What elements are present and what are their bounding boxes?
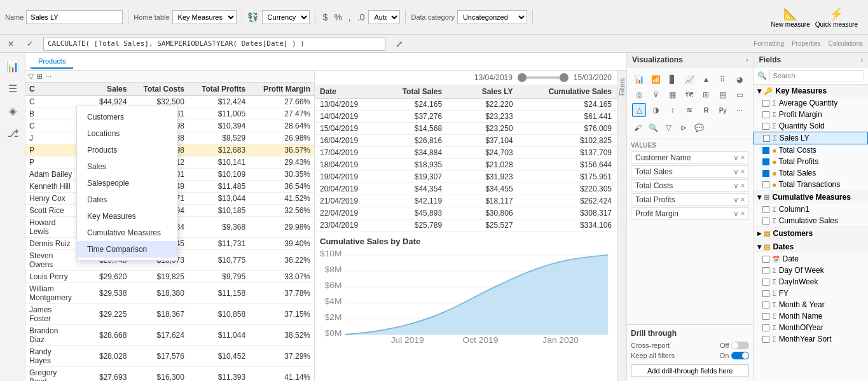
field-month-year[interactable]: Σ Month & Year (754, 299, 868, 310)
field-month-of-year[interactable]: Σ MonthOfYear (754, 322, 868, 333)
field-well-profit-margin[interactable]: Profit Margin ∨× (631, 207, 749, 220)
formula-input[interactable] (43, 37, 385, 51)
viz-tooltip-icon[interactable]: 💬 (692, 121, 706, 135)
matrix-icon[interactable]: ▤ (716, 88, 730, 102)
field-total-costs[interactable]: ■ Total Costs (754, 144, 868, 156)
date-table-row[interactable]: 19/04/2019$19,307$31,923$175,951 (315, 171, 617, 183)
card-icon[interactable]: ▭ (733, 88, 747, 102)
field-well-total-costs[interactable]: Total Costs ∨× (631, 179, 749, 192)
field-avg-quantity[interactable]: Σ Average Quantity (754, 97, 868, 109)
total-trans-checkbox[interactable] (762, 181, 769, 188)
sidebar-icon-other[interactable]: ⎇ (4, 125, 21, 142)
dates-header[interactable]: ▾ ▤ Dates (754, 240, 868, 253)
line-chart-icon[interactable]: 📈 (682, 73, 696, 87)
date-table-row[interactable]: 22/04/2019$45,893$30,806$308,317 (315, 207, 617, 219)
dropdown-time-comparison[interactable]: Time Comparison (77, 241, 177, 258)
field-total-transactions[interactable]: ■ Total Transactions (754, 179, 868, 190)
field-sales-ly[interactable]: Σ Sales LY (754, 132, 868, 144)
expand-formula-btn[interactable]: ⤢ (393, 38, 406, 50)
bar-chart-icon[interactable]: 📊 (632, 73, 646, 87)
dropdown-cumulative-measures[interactable]: Cumulative Measures (77, 225, 177, 241)
ribbon-icon[interactable]: ≋ (682, 103, 696, 117)
stacked-bar-icon[interactable]: 📶 (649, 73, 663, 87)
qty-sold-checkbox[interactable] (762, 123, 769, 130)
field-total-sales[interactable]: ■ Total Sales (754, 167, 868, 179)
filter-icon[interactable]: ▽ (28, 72, 34, 81)
data-category-select[interactable]: Uncategorized (457, 10, 527, 24)
cross-report-toggle[interactable] (731, 342, 749, 349)
mn-checkbox[interactable] (762, 313, 769, 320)
date-table-row[interactable]: 23/04/2019$25,789$25,527$334,106 (315, 219, 617, 232)
table-row[interactable]: William Montgomery$29,538$18,380$11,1583… (25, 283, 314, 304)
area-chart-icon[interactable]: ▲ (699, 73, 713, 87)
viz-drill-icon[interactable]: ⊳ (677, 121, 691, 135)
table-row[interactable]: Randy Hayes$28,028$17,576$10,45237.29% (25, 346, 314, 367)
name-input[interactable] (26, 10, 123, 24)
date-table-row[interactable]: 17/04/2019$34,884$24,703$137,709 (315, 147, 617, 159)
date-table-row[interactable]: 13/04/2019$24,165$22,220$24,165 (315, 99, 617, 111)
viz-panel-arrow[interactable]: › (746, 57, 748, 64)
dollar-btn[interactable]: $ (320, 11, 331, 24)
moy-checkbox[interactable] (762, 324, 769, 331)
date-table-row[interactable]: 21/04/2019$42,119$18,117$262,424 (315, 195, 617, 207)
col1-checkbox[interactable] (762, 206, 769, 213)
dropdown-products[interactable]: Products (77, 142, 177, 158)
diw-checkbox[interactable] (762, 279, 769, 286)
comma-btn[interactable]: , (346, 11, 354, 24)
dropdown-locations[interactable]: Locations (77, 125, 177, 142)
viz-format-icon[interactable]: 🖌 (631, 121, 645, 135)
sidebar-icon-data[interactable]: ☰ (6, 80, 20, 97)
field-month-name[interactable]: Σ Month Name (754, 310, 868, 322)
table-row[interactable]: Gregory Boyd$27,693$16,300$11,39341.14% (25, 367, 314, 382)
more-viz-icon[interactable]: ··· (733, 103, 747, 117)
gauge-icon[interactable]: ◑ (649, 103, 663, 117)
field-column1[interactable]: Σ Column1 (754, 204, 868, 215)
quick-measure-btn[interactable]: ⚡ Quick measure (815, 7, 858, 28)
field-quantity-sold[interactable]: Σ Quantity Sold (754, 120, 868, 132)
home-table-select[interactable]: Key Measures (172, 10, 237, 24)
r-icon[interactable]: R (699, 103, 713, 117)
cum-sales-checkbox[interactable] (762, 218, 769, 225)
total-costs-checkbox[interactable] (762, 147, 769, 154)
keep-filters-toggle[interactable] (731, 352, 749, 359)
dropdown-key-measures[interactable]: Key Measures (77, 208, 177, 225)
field-well-total-sales[interactable]: Total Sales ∨× (631, 165, 749, 178)
sidebar-icon-report[interactable]: 📊 (4, 58, 22, 75)
dropdown-sales[interactable]: Sales (77, 158, 177, 175)
products-tab[interactable]: Products (31, 55, 73, 69)
field-month-year-sort[interactable]: Σ MonthYear Sort (754, 333, 868, 345)
customers-header[interactable]: ▸ ▤ Customers (754, 227, 868, 240)
clustered-bar-icon[interactable]: ▊ (666, 73, 680, 87)
date-slider[interactable] (518, 76, 568, 79)
format-select[interactable]: Currency (262, 10, 310, 24)
date-checkbox[interactable] (762, 256, 769, 263)
decimal-btn[interactable]: .0 (355, 11, 368, 24)
dropdown-salespeople[interactable]: Salespeople (77, 175, 177, 191)
my-checkbox[interactable] (762, 301, 769, 308)
date-table-row[interactable]: 15/04/2019$14,568$23,250$76,009 (315, 123, 617, 135)
field-profit-margin[interactable]: Σ Profit Margin (754, 109, 868, 120)
field-cumulative-sales[interactable]: Σ Cumulative Sales (754, 215, 868, 226)
profit-margin-checkbox[interactable] (762, 111, 769, 118)
field-day-of-week[interactable]: Σ Day Of Week (754, 265, 868, 276)
auto-select[interactable]: Auto (368, 10, 400, 24)
dow-checkbox[interactable] (762, 267, 769, 274)
map-icon[interactable]: 🗺 (682, 88, 696, 102)
date-table-row[interactable]: 20/04/2019$44,354$34,455$220,305 (315, 183, 617, 195)
search-input[interactable] (769, 70, 864, 81)
total-profits-checkbox[interactable] (762, 158, 769, 165)
add-drill-through-btn[interactable]: Add drill-through fields here (631, 364, 749, 377)
fields-panel-arrow[interactable]: › (861, 57, 863, 64)
table-row[interactable]: Louis Perry$29,620$19,825$9,79533.07% (25, 271, 314, 283)
date-table-row[interactable]: 18/04/2019$18,935$21,028$156,644 (315, 159, 617, 171)
date-table-row[interactable]: 16/04/2019$26,816$37,104$102,825 (315, 135, 617, 147)
cumulative-header[interactable]: ▾ ⊞ Cumulative Measures (754, 191, 868, 204)
close-formula-btn[interactable]: ✕ (5, 38, 17, 50)
date-table-row[interactable]: 14/04/2019$37,276$23,233$61,441 (315, 111, 617, 123)
py-icon[interactable]: Py (716, 103, 730, 117)
donut-icon[interactable]: ◎ (632, 88, 646, 102)
pie-chart-icon[interactable]: ◕ (733, 73, 747, 87)
field-date[interactable]: 📅 Date (754, 253, 868, 265)
funnel-icon[interactable]: ⊽ (649, 88, 663, 102)
viz-analytics-icon[interactable]: 🔍 (646, 121, 660, 135)
